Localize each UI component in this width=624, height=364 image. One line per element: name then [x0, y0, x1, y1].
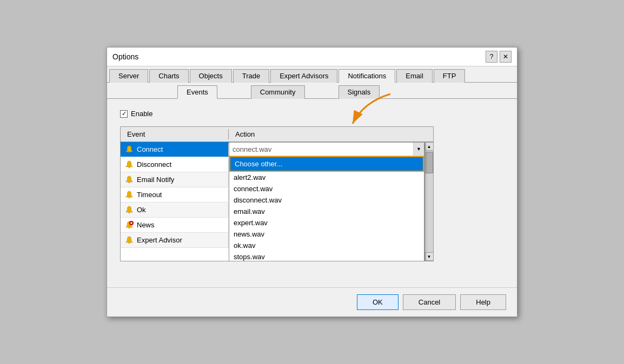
title-bar: Options ? ✕ [107, 48, 517, 66]
bell-icon [125, 191, 134, 199]
bell-icon [125, 206, 134, 214]
tab-community[interactable]: Community [251, 85, 305, 99]
help-bottom-button[interactable]: Help [460, 294, 506, 310]
enable-checkbox[interactable]: ✓ [120, 110, 128, 118]
event-name: Timeout [137, 191, 162, 199]
list-item[interactable]: disconnect.wav [229, 194, 424, 206]
list-item[interactable]: email.wav [229, 206, 424, 217]
list-item[interactable]: expert.wav [229, 217, 424, 228]
help-button[interactable]: ? [486, 51, 497, 63]
enable-label: Enable [131, 110, 152, 118]
tab-trade[interactable]: Trade [233, 69, 269, 83]
choose-other-option[interactable]: Choose other... [229, 156, 424, 172]
event-cell-disconnect: Disconnect [121, 158, 229, 171]
table-header: Event Action [121, 127, 433, 142]
bell-icon [125, 236, 134, 245]
list-item[interactable]: ok.wav [229, 240, 424, 251]
event-cell-emailnotify: Email Notify [121, 173, 229, 186]
tab-email[interactable]: Email [396, 69, 433, 83]
event-cell-connect: Connect [121, 143, 229, 156]
dropdown-input-row: ▼ [229, 143, 424, 156]
scroll-down-button[interactable]: ▼ [425, 252, 434, 261]
title-buttons: ? ✕ [486, 51, 512, 63]
ok-button[interactable]: OK [357, 294, 399, 310]
scroll-up-button[interactable]: ▲ [425, 142, 434, 151]
table-scroll: Connect connect.wav Disconnect [121, 142, 433, 261]
event-name: Connect [137, 145, 163, 153]
event-cell-ok: Ok [121, 204, 229, 217]
close-button[interactable]: ✕ [500, 51, 512, 63]
tab-objects[interactable]: Objects [190, 69, 232, 83]
event-name: Email Notify [137, 176, 174, 184]
enable-row: ✓ Enable [120, 110, 504, 118]
scroll-thumb[interactable] [426, 152, 433, 173]
bell-icon [125, 145, 134, 154]
col-header-event: Event [121, 129, 229, 139]
list-item[interactable]: news.wav [229, 228, 424, 240]
action-dropdown[interactable]: ▼ Choose other... alert2.wav connect.wav… [229, 142, 424, 261]
tab-signals[interactable]: Signals [338, 85, 380, 99]
dropdown-input[interactable] [229, 143, 413, 156]
bell-x-icon [125, 221, 134, 230]
tabs-row1: Server Charts Objects Trade Expert Advis… [107, 66, 517, 83]
table-scrollbar[interactable]: ▲ ▼ [424, 142, 433, 261]
bottom-buttons: OK Cancel Help [107, 287, 517, 316]
dropdown-arrow-button[interactable]: ▼ [413, 143, 424, 156]
list-item[interactable]: stops.wav [229, 251, 424, 261]
dialog-title: Options [112, 52, 138, 61]
event-name: Ok [137, 206, 146, 214]
tab-expert-advisors[interactable]: Expert Advisors [270, 69, 337, 83]
event-name: Expert Advisor [137, 236, 182, 244]
options-dialog: Options ? ✕ Server Charts Objects Trade … [107, 47, 517, 317]
event-cell-news: News [121, 219, 229, 232]
tab-server[interactable]: Server [109, 69, 148, 83]
scroll-track [425, 151, 433, 252]
events-table: Event Action Connect con [120, 126, 434, 261]
event-cell-ea: Expert Advisor [121, 234, 229, 247]
title-bar-left: Options [112, 52, 138, 61]
bell-icon [125, 176, 134, 184]
col-header-action: Action [229, 129, 433, 139]
tab-ftp[interactable]: FTP [434, 69, 466, 83]
event-name: Disconnect [137, 160, 171, 168]
dropdown-list: alert2.wav connect.wav disconnect.wav em… [229, 172, 424, 261]
tab-notifications[interactable]: Notifications [338, 69, 395, 83]
content-area: ✓ Enable Event Action [107, 99, 517, 287]
event-name: News [137, 221, 155, 229]
list-item[interactable]: connect.wav [229, 183, 424, 194]
table-wrapper: Event Action Connect con [120, 126, 434, 261]
bell-icon [125, 160, 134, 169]
cancel-button[interactable]: Cancel [403, 294, 456, 310]
tab-charts[interactable]: Charts [149, 69, 188, 83]
tabs-row2: Events Community Signals [107, 83, 517, 99]
event-cell-timeout: Timeout [121, 188, 229, 201]
list-item[interactable]: alert2.wav [229, 172, 424, 183]
tab-events[interactable]: Events [177, 85, 217, 99]
